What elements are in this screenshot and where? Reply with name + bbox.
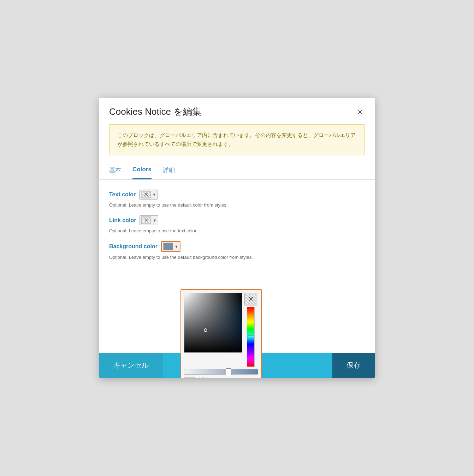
color-picker-popup: ✕ ✕ bbox=[180, 289, 262, 378]
tab-basic[interactable]: 基本 bbox=[109, 162, 121, 179]
background-color-field: Background color ▼ Optional. Leave empty… bbox=[109, 241, 365, 260]
text-color-picker-button[interactable]: ✕ ▼ bbox=[139, 190, 158, 200]
link-color-hint: Optional. Leave empty to use the text co… bbox=[109, 228, 365, 233]
link-color-field: Link color ✕ ▼ Optional. Leave empty to … bbox=[109, 215, 365, 233]
picker-clear-button[interactable]: ✕ bbox=[244, 293, 257, 305]
alpha-thumb[interactable] bbox=[226, 368, 231, 376]
picker-right-controls: ✕ bbox=[244, 293, 257, 367]
picker-clear-icon: ✕ bbox=[248, 295, 254, 303]
save-button[interactable]: 保存 bbox=[332, 353, 375, 378]
tab-details[interactable]: 詳細 bbox=[163, 162, 175, 179]
background-color-hint: Optional. Leave empty to use the default… bbox=[109, 255, 365, 260]
alpha-slider[interactable] bbox=[184, 369, 258, 375]
picker-bottom: ✕ bbox=[184, 377, 258, 378]
tab-bar: 基本 Colors 詳細 bbox=[99, 162, 375, 180]
close-button[interactable]: × bbox=[355, 107, 365, 117]
hue-bar[interactable] bbox=[247, 307, 255, 367]
background-color-dropdown-arrow: ▼ bbox=[174, 244, 178, 249]
picker-top: ✕ bbox=[184, 293, 258, 367]
color-gradient-area[interactable] bbox=[184, 293, 242, 353]
text-color-dropdown-arrow: ▼ bbox=[152, 192, 156, 197]
gradient-black-overlay bbox=[184, 293, 242, 352]
dialog-title: Cookies Notice を編集 bbox=[109, 106, 201, 118]
alpha-slider-row bbox=[184, 369, 258, 375]
text-color-swatch: ✕ bbox=[141, 191, 151, 198]
tab-colors[interactable]: Colors bbox=[132, 162, 152, 179]
link-color-dropdown-arrow: ▼ bbox=[153, 218, 156, 222]
text-color-label: Text color ✕ ▼ bbox=[109, 190, 365, 200]
color-picker-dot[interactable] bbox=[204, 328, 207, 332]
picker-preview-clear: ✕ bbox=[184, 377, 195, 378]
global-area-notice: このブロックは、グローバルエリア内に含まれています。その内容を変更すると、グロー… bbox=[109, 124, 365, 155]
dialog-header: Cookies Notice を編集 × bbox=[99, 98, 375, 124]
text-color-field: Text color ✕ ▼ Optional. Leave empty to … bbox=[109, 190, 365, 208]
link-color-swatch: ✕ bbox=[141, 216, 151, 224]
text-color-clear-icon: ✕ bbox=[144, 191, 148, 198]
dialog: Cookies Notice を編集 × このブロックは、グローバルエリア内に含… bbox=[99, 98, 375, 378]
text-color-hint: Optional. Leave empty to use the default… bbox=[109, 202, 365, 208]
picker-preview-checker bbox=[197, 377, 207, 378]
cancel-button[interactable]: キャンセル bbox=[99, 353, 163, 378]
hue-indicator bbox=[247, 335, 254, 337]
background-color-label: Background color ▼ bbox=[109, 241, 365, 252]
content-area: Text color ✕ ▼ Optional. Leave empty to … bbox=[99, 180, 375, 342]
link-color-picker-button[interactable]: ✕ ▼ bbox=[140, 215, 158, 225]
link-color-label: Link color ✕ ▼ bbox=[109, 215, 365, 225]
background-color-swatch bbox=[163, 243, 173, 250]
background-color-picker-button[interactable]: ▼ bbox=[161, 241, 180, 252]
link-color-clear-icon: ✕ bbox=[144, 217, 149, 224]
